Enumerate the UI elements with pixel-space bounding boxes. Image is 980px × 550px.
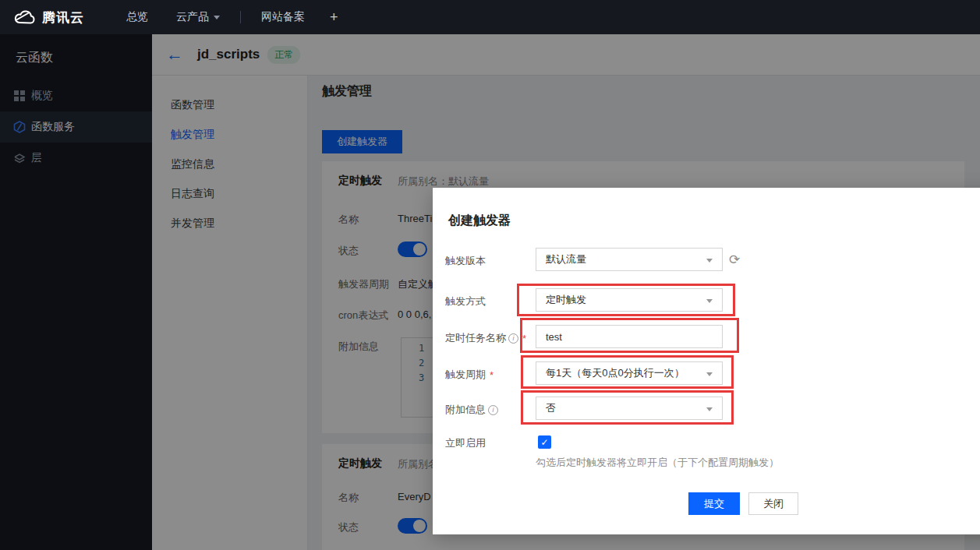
top-navbar: 腾讯云 总览 云产品 网站备案 + (0, 0, 980, 34)
required-mark: * (490, 369, 494, 381)
nav-cloud-products-label: 云产品 (176, 10, 209, 24)
info-icon: i (508, 333, 518, 344)
trigger-period-select[interactable]: 每1天（每天0点0分执行一次） (536, 361, 723, 385)
trigger-version-value: 默认流量 (546, 252, 586, 266)
chevron-down-icon (214, 16, 220, 19)
select-caret-icon (706, 299, 713, 303)
close-button[interactable]: 关闭 (748, 492, 798, 515)
nav-icp-filing[interactable]: 网站备案 (261, 10, 305, 24)
extra-info-value: 否 (546, 401, 556, 415)
nav-divider (240, 11, 241, 23)
trigger-type-label: 触发方式 (445, 294, 486, 308)
extra-info-label: 附加信息 i (445, 403, 498, 417)
enable-now-label: 立即启用 (445, 436, 486, 450)
brand[interactable]: 腾讯云 (12, 9, 84, 26)
trigger-type-value: 定时触发 (546, 293, 586, 307)
trigger-period-value: 每1天（每天0点0分执行一次） (546, 366, 685, 380)
nav-overview[interactable]: 总览 (126, 10, 148, 24)
navbar-menu: 总览 云产品 网站备案 + (112, 9, 349, 26)
info-icon: i (488, 405, 498, 415)
create-trigger-modal: 创建触发器 触发版本 默认流量 触发方式 定时触发 定时任务名称 i * tes… (433, 188, 980, 534)
refresh-icon[interactable] (729, 252, 745, 267)
select-caret-icon (706, 259, 713, 263)
add-tab-button[interactable]: + (330, 9, 338, 26)
tencent-cloud-logo-icon (12, 9, 36, 26)
enable-now-hint: 勾选后定时触发器将立即开启（于下个配置周期触发） (536, 456, 779, 470)
nav-cloud-products[interactable]: 云产品 (176, 10, 220, 24)
required-mark: * (522, 333, 526, 344)
trigger-version-label: 触发版本 (445, 254, 486, 268)
task-name-label: 定时任务名称 i * (445, 331, 526, 345)
trigger-type-select[interactable]: 定时触发 (536, 288, 723, 312)
brand-text: 腾讯云 (42, 9, 84, 26)
submit-button[interactable]: 提交 (688, 492, 740, 515)
select-caret-icon (706, 407, 713, 411)
task-name-input[interactable]: test (536, 325, 723, 348)
task-name-value: test (546, 331, 562, 343)
extra-info-select[interactable]: 否 (536, 397, 723, 420)
trigger-period-label: 触发周期 * (445, 368, 494, 382)
enable-now-checkbox[interactable] (538, 435, 551, 449)
modal-title: 创建触发器 (448, 213, 511, 229)
trigger-version-select[interactable]: 默认流量 (536, 248, 723, 271)
select-caret-icon (706, 372, 713, 376)
